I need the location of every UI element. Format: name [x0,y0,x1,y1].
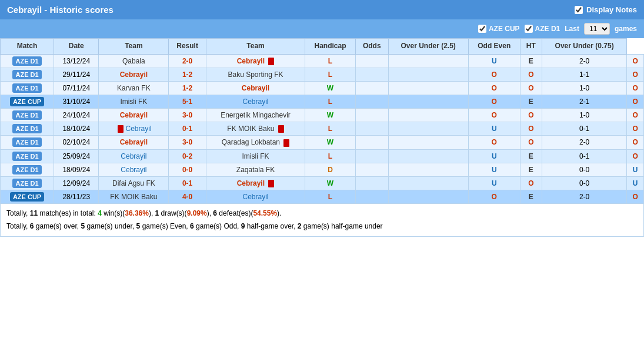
over-under-25-cell: U [468,54,520,68]
team1-cell: Imisli FK [99,95,169,108]
match-type-badge: AZE D1 [12,152,41,161]
match-type-badge: AZE D1 [12,137,41,147]
handicap-cell [355,68,388,81]
ou25-value: U [492,152,497,160]
handicap-cell [355,54,388,68]
outcome-cell: W [305,176,356,190]
team2-cell: Imisli FK [206,149,305,163]
ou075-value: O [633,71,638,79]
score-cell: 3-0 [169,136,206,149]
odds-cell [388,68,468,81]
team2-name: Cebrayil [242,84,269,92]
odds-cell [388,190,468,203]
match-type-badge: AZE D1 [12,179,41,188]
ht-cell: 0-1 [542,122,626,135]
over-under-075-cell: U [627,163,644,176]
score-cell: 1-2 [169,81,206,95]
team2-name: Cebrayil [237,179,265,187]
ou25-value: O [492,71,497,79]
ou25-value: O [492,98,497,106]
date-cell: 18/10/24 [54,122,99,135]
ht-cell: 0-0 [542,163,626,176]
aze-cup-checkbox[interactable] [478,25,486,33]
score-value: 3-0 [182,138,192,146]
ht-cell: 0-1 [542,149,626,163]
over-under-25-cell: U [468,149,520,163]
table-row: AZE D1 25/09/24 Cebrayil 0-2 Imisli FK L… [1,149,644,163]
handicap-cell [355,163,388,176]
odd-even-cell: O [520,81,542,95]
odd-even-cell: O [520,122,542,135]
over-under-25-cell: O [468,190,520,203]
odd-even-cell: O [520,176,542,190]
match-type-cell: AZE D1 [1,108,54,122]
over-under-075-cell: O [627,54,644,68]
oe-value: O [528,138,533,146]
match-type-cell: AZE D1 [1,81,54,95]
score-value: 5-1 [182,98,192,106]
games-select[interactable]: 11 5 10 20 [584,23,610,35]
match-type-cell: AZE CUP [1,190,54,203]
odd-even-cell: O [520,108,542,122]
over-under-075-cell: O [627,190,644,203]
table-row: AZE D1 18/10/24 Cebrayil 0-1 FK MOIK Bak… [1,122,644,135]
score-cell: 0-1 [169,176,206,190]
team2-cell: Baku Sporting FK [206,68,305,81]
oe-value: E [529,98,533,106]
date-cell: 12/09/24 [54,176,99,190]
match-type-badge: AZE D1 [12,110,41,120]
team2-cell: Cebrayil [206,176,305,190]
col-odds: Odds [355,39,388,55]
match-type-cell: AZE D1 [1,122,54,135]
handicap-cell [355,108,388,122]
outcome-value: W [327,138,333,146]
odds-cell [388,95,468,108]
team1-cell: Cebrayil [99,108,169,122]
oe-value: O [528,125,533,133]
date-cell: 07/11/24 [54,81,99,95]
aze-d1-checkbox[interactable] [525,25,533,33]
over-under-25-cell: U [468,163,520,176]
ou25-value: U [492,57,497,65]
outcome-cell: W [305,81,356,95]
over-under-25-cell: O [468,95,520,108]
table-row: AZE D1 18/09/24 Cebrayil 0-0 Zaqatala FK… [1,163,644,176]
score-cell: 0-2 [169,149,206,163]
scores-table: Match Date Team Result Team Handicap Odd… [0,38,644,204]
ou075-value: O [633,193,638,201]
outcome-value: W [327,179,333,187]
odds-cell [388,136,468,149]
table-row: AZE D1 29/11/24 Cebrayil 1-2 Baku Sporti… [1,68,644,81]
outcome-cell: L [305,54,356,68]
score-cell: 5-1 [169,95,206,108]
col-odd-even: Odd Even [468,39,520,55]
aze-d1-label: AZE D1 [535,25,560,33]
odd-even-cell: O [520,136,542,149]
outcome-value: D [328,166,333,174]
outcome-value: L [328,57,332,65]
table-row: AZE CUP 31/10/24 Imisli FK 5-1 Cebrayil … [1,95,644,108]
team1-name: Difai Agsu FK [112,179,155,187]
display-notes-checkbox[interactable] [575,6,583,14]
col-handicap: Handicap [305,39,356,55]
match-type-badge: AZE D1 [12,165,41,174]
over-under-25-cell: U [468,176,520,190]
team2-name: Imisli FK [242,152,269,160]
date-cell: 02/10/24 [54,136,99,149]
outcome-value: L [328,125,332,133]
score-cell: 3-0 [169,108,206,122]
odds-cell [388,81,468,95]
display-notes-label: Display Notes [586,5,637,14]
games-label: games [615,25,637,33]
page-header: Cebrayil - Historic scores Display Notes [0,0,644,19]
ou25-value: U [492,179,497,187]
ou075-value: O [633,125,638,133]
odds-cell [388,163,468,176]
table-header-row: Match Date Team Result Team Handicap Odd… [1,39,644,55]
over-under-25-cell: U [468,122,520,135]
ou075-value: U [633,166,638,174]
table-row: AZE D1 13/12/24 Qabala 2-0 Cebrayil L U … [1,54,644,68]
outcome-cell: L [305,149,356,163]
handicap-cell [355,122,388,135]
odd-even-cell: E [520,95,542,108]
